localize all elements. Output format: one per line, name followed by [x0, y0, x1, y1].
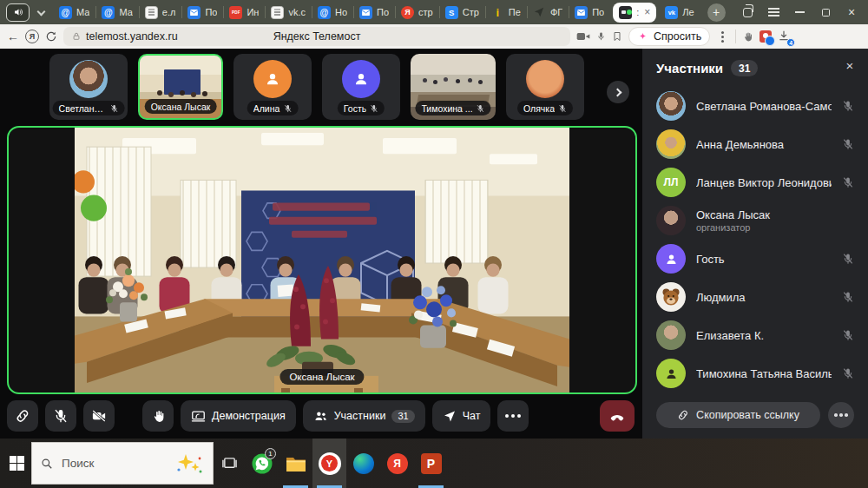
participant-row[interactable]: Елизавета К. [656, 316, 854, 354]
participant-row-organizer[interactable]: Оксана Лысак организатор [656, 201, 854, 240]
tab-close-icon[interactable]: × [644, 7, 650, 17]
mic-muted-icon [842, 291, 854, 303]
thumbnail-guest[interactable]: Гость [322, 54, 400, 120]
browser-tab[interactable]: @Ма [95, 0, 138, 24]
back-button[interactable]: ← [7, 30, 19, 43]
whatsapp-app[interactable]: 1 [245, 439, 279, 488]
tab-title: ФГ [550, 7, 562, 17]
folder-icon [285, 452, 307, 475]
browser-tab[interactable]: iПе [485, 0, 527, 24]
taskbar-apps: 1 Y Я P [245, 439, 448, 488]
thumbnail-name: Олячка [523, 103, 555, 114]
thumbnail-olyachka[interactable]: Олячка [506, 54, 584, 120]
mail-icon: @ [318, 6, 331, 19]
call-main-column: Светлана ... Оксана Лысак Алина Гость [0, 49, 642, 439]
browser-tab[interactable]: PDFИн [223, 0, 265, 24]
browser-tab[interactable]: ФГ [527, 0, 569, 24]
yandex-browser-app[interactable]: Y [312, 439, 346, 488]
file-explorer-app[interactable] [279, 439, 312, 488]
extension-hand-icon[interactable] [742, 31, 753, 43]
panel-title: Участники [656, 61, 723, 76]
thumbnail-timokhina-video[interactable]: Тимохина ... [411, 54, 496, 120]
browser-tab[interactable]: @Ма [53, 0, 95, 24]
alice-ask-button[interactable]: Спросить [628, 27, 710, 46]
browser-tab[interactable]: SСтр [439, 0, 485, 24]
chat-label: Чат [463, 410, 481, 422]
camera-toggle-off[interactable] [83, 400, 115, 432]
task-view-button[interactable] [222, 456, 237, 474]
envelope-icon [359, 6, 372, 19]
browser-tab[interactable]: Ястр [395, 0, 439, 24]
panel-more-button[interactable] [828, 402, 854, 428]
url-field[interactable]: telemost.yandex.ru Яндекс Телемост [63, 27, 570, 46]
edge-app[interactable] [346, 439, 380, 488]
start-button[interactable] [10, 456, 24, 471]
active-speaker-video[interactable]: Оксана Лысак [7, 126, 637, 394]
participant-row[interactable]: ЛЛ Ланцев Виктор Леонидович [656, 163, 854, 201]
panel-close-button[interactable]: × [840, 56, 859, 75]
chat-button[interactable]: Чат [432, 400, 491, 432]
raise-hand-button[interactable] [142, 400, 174, 432]
window-controls: × [734, 0, 865, 24]
thumbnail-svetlana[interactable]: Светлана ... [49, 54, 128, 120]
participant-name: Гость [696, 253, 832, 266]
participant-row[interactable]: Людмила [656, 278, 854, 316]
tab-sound-button[interactable] [6, 3, 30, 22]
more-options-button[interactable] [497, 400, 529, 432]
thumbnails-next-button[interactable] [607, 81, 629, 103]
mic-muted-icon [842, 176, 854, 188]
yandex-button[interactable]: Я [25, 30, 39, 43]
share-screen-label: Демонстрация [212, 410, 286, 422]
tab-title: Стр [463, 7, 479, 17]
participants-button[interactable]: Участники31 [303, 400, 425, 432]
tab-strip: @Ма @Ма е.л По PDFИн vk.c @Но По Ястр SС… [53, 0, 700, 24]
yandex-app[interactable]: Я [380, 439, 414, 488]
browser-tab[interactable]: vk.c [265, 0, 312, 24]
browser-tab[interactable]: По [181, 0, 223, 24]
copy-invite-link-button[interactable]: Скопировать ссылку [656, 402, 820, 428]
mic-muted-icon [842, 367, 854, 379]
browser-tab[interactable]: @Но [312, 0, 353, 24]
url-text: telemost.yandex.ru [86, 30, 178, 43]
participant-thumbnails: Светлана ... Оксана Лысак Алина Гость [49, 54, 584, 120]
hang-up-button[interactable] [600, 400, 635, 432]
participant-row[interactable]: Гость [656, 240, 854, 278]
whatsapp-badge: 1 [265, 448, 276, 459]
taskbar-search-box[interactable]: Поиск [31, 442, 214, 485]
address-more-icon[interactable] [716, 36, 729, 38]
sferum-icon: S [445, 6, 458, 19]
participant-name: Оксана Лысак [696, 208, 854, 221]
participant-row[interactable]: Тимохина Татьяна Василье... [656, 354, 854, 392]
tab-title: По [205, 7, 217, 17]
document-icon [145, 6, 158, 19]
menu-icon[interactable] [760, 0, 786, 24]
browser-tab[interactable]: По [353, 0, 395, 24]
browser-tab[interactable]: vkЛе [659, 0, 700, 24]
restore-button[interactable] [812, 0, 838, 24]
mic-permission-icon[interactable] [596, 30, 606, 43]
tab-panel-icon[interactable] [734, 0, 760, 24]
participant-row[interactable]: Светлана Романова-Самох... [656, 87, 854, 125]
browser-tab[interactable]: По [569, 0, 610, 24]
mic-muted-icon [842, 253, 854, 265]
minimize-button[interactable] [786, 0, 812, 24]
bookmark-icon[interactable] [612, 30, 622, 43]
speaker-icon [13, 7, 23, 17]
browser-tab[interactable]: е.л [139, 0, 182, 24]
downloads-button[interactable]: 4 [778, 30, 792, 43]
camera-permission-icon[interactable] [576, 31, 590, 42]
reload-button[interactable] [45, 30, 57, 43]
mic-toggle-muted[interactable] [45, 400, 76, 432]
copy-link-button[interactable] [7, 400, 38, 432]
thumbnail-oksana-video[interactable]: Оксана Лысак [138, 54, 223, 120]
powerpoint-app[interactable]: P [414, 439, 448, 488]
close-button[interactable]: × [838, 0, 865, 24]
extension-red-icon[interactable] [760, 30, 772, 43]
chevron-down-icon[interactable] [37, 7, 46, 16]
participant-row[interactable]: Анна Демьянова [656, 125, 854, 163]
share-screen-button[interactable]: Демонстрация [181, 400, 296, 432]
new-tab-button[interactable]: + [707, 3, 726, 22]
tab-title: Пе [509, 7, 521, 17]
thumbnail-alina[interactable]: Алина [233, 54, 312, 120]
browser-tab-active-telemost[interactable]: :× [613, 3, 656, 23]
